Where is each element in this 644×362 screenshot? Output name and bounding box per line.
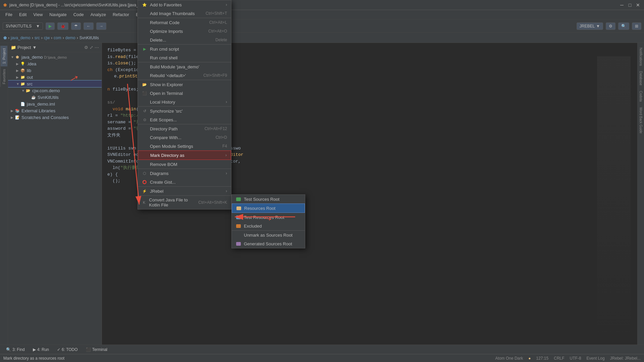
ctx-rebuild[interactable]: Rebuild '<default>' Ctrl+Shift+F9 [138,71,231,80]
ctx-diagrams[interactable]: ⬡ Diagrams › [138,169,231,178]
ctx-run-cmd-script[interactable]: ▶ Run cmd script [138,44,231,53]
view-button[interactable]: ⊞ [632,22,641,30]
maximize-button[interactable]: □ [627,2,633,8]
status-charset[interactable]: UTF-8 [570,356,581,361]
tree-label-src: src [27,81,33,86]
run-config-selector[interactable]: SVNKITUTILS ▼ [3,22,43,30]
menu-analyze[interactable]: Analyze [88,11,109,18]
ctx-compare-with[interactable]: Compare With... Ctrl+D [138,133,231,142]
submenu-excluded[interactable]: Excluded [232,222,305,230]
ctx-create-gist[interactable]: ⭕ Create Gist... [138,178,231,186]
tree-item-src[interactable]: ▼ 📁 src [8,80,102,87]
ctx-run-cmd-shell[interactable]: Run cmd shell [138,53,231,62]
menu-refactor[interactable]: Refactor [110,11,132,18]
ctx-show-explorer[interactable]: 📂 Show in Explorer [138,80,231,89]
ctx-local-history[interactable]: Local History › [138,98,231,106]
ctx-diagrams-label: Diagrams [150,171,169,176]
tree-item-ext-libs[interactable]: ▶ 📚 External Libraries [8,107,102,114]
rebuild-icon [142,73,147,78]
submenu-resources-root[interactable]: Resources Root [232,203,305,213]
tree-item-iml[interactable]: ▶ 📄 java_demo.iml [8,101,102,107]
submenu-test-sources-root[interactable]: Test Sources Root [232,195,305,203]
ctx-add-image-thumbnails[interactable]: Add Image Thumbnails Ctrl+Shift+T [138,9,231,18]
ctx-optimize-imports[interactable]: Optimize Imports Ctrl+Alt+O [138,27,231,36]
settings-button[interactable]: ⚙ [606,22,615,30]
tree-item-out[interactable]: ▶ 📁 out [8,74,102,80]
title-bar-controls[interactable]: ─ □ ✕ [619,2,641,8]
breadcrumb-item0[interactable]: java_demo [11,36,31,40]
tree-item-svnkitutils[interactable]: ▶ ☕ SvnKitUtils [8,94,102,101]
tree-item-scratches[interactable]: ▶ 📝 Scratches and Consoles [8,114,102,121]
menu-view[interactable]: View [31,11,45,18]
ctx-jrebel[interactable]: ⚡ JRebel › [138,186,231,195]
run-button[interactable]: ▶ [46,22,55,30]
ctx-directory-path[interactable]: Directory Path Ctrl+Alt+F12 [138,124,231,133]
ctx-convert-java[interactable]: K Convert Java File to Kotlin File Ctrl+… [138,195,231,209]
sidebar-tab-project[interactable]: 1: Project [0,46,7,66]
ctx-edit-scopes[interactable]: ⊙ Edit Scopes... [138,115,231,124]
submenu-generated-sources-root[interactable]: Generated Sources Root [232,239,305,248]
sidebar-tab-favorites[interactable]: Favorites [0,66,7,87]
menu-edit[interactable]: Edit [16,11,29,18]
ctx-edit-scopes-label: Edit Scopes... [150,117,177,122]
tab-todo[interactable]: ✓ 6: TODO [54,346,81,353]
ctx-add-to-favorites[interactable]: ⭐ Add to Favorites › [138,0,231,9]
gist-icon: ⭕ [142,179,147,185]
right-tab-codota[interactable]: Codota [638,89,643,104]
tree-arrow-ext: ▶ [11,109,15,113]
ctx-build-module[interactable]: Build Module 'java_demo' [138,62,231,71]
tree-item-lib[interactable]: ▶ 📦 lib [8,67,102,74]
submenu-test-resources-root[interactable]: Test Resources Root [232,213,305,222]
breadcrumb-item3[interactable]: com [54,36,61,40]
right-tab-wordback[interactable]: Word Back Guide [638,105,643,135]
ctx-module-settings[interactable]: Open Module Settings F4 [138,142,231,150]
breadcrumb-item4[interactable]: demo [65,36,75,40]
project-panel-title[interactable]: 📁 Project ▼ [11,45,37,50]
right-tab-notifications[interactable]: Notifications [638,46,643,68]
tree-item-package[interactable]: ▼ 📂 cjw.com.demo [8,87,102,94]
minimize-button[interactable]: ─ [619,2,625,8]
ctx-remove-bom[interactable]: Remove BOM [138,160,231,169]
jrebel-button[interactable]: JREBEL ▼ [577,22,603,30]
status-jrebel[interactable]: JRebel: JRebel... [610,356,641,361]
status-eventlog[interactable]: Event Log [587,356,605,361]
todo-icon: ✓ [57,347,60,352]
right-tab-database[interactable]: Database [638,69,643,87]
tab-terminal[interactable]: ⬛ Terminal [83,346,111,353]
breadcrumb-project[interactable]: ⬟ [3,36,7,40]
breadcrumb-item5[interactable]: SvnKitUtils [79,36,99,40]
gear-icon[interactable]: ⚙ [84,45,88,50]
ctx-reformat[interactable]: Reformat Code Ctrl+Alt+L [138,18,231,27]
project-panel-header: 📁 Project ▼ ⚙ ⤢ ⋯ [8,43,102,52]
debug-button[interactable]: 🐞 [57,22,68,30]
coverage-button[interactable]: ☂ [71,22,81,30]
expand-icon[interactable]: ⤢ [90,45,93,50]
menu-file[interactable]: File [3,11,15,18]
tab-find[interactable]: 🔍 3: Find [3,346,28,353]
menu-navigate[interactable]: Navigate [47,11,69,18]
ctx-delete[interactable]: Delete... Delete [138,36,231,44]
status-theme[interactable]: Atom One Dark [495,356,523,361]
ctx-synchronize[interactable]: ↺ Synchronize 'src' [138,106,231,115]
tree-label-scratches: Scratches and Consoles [21,115,69,120]
tree-item-java-demo[interactable]: ▼ ⬟ java_demo D:\java_demo [8,54,102,60]
submenu-unmark[interactable]: Unmark as Sources Root [232,230,305,239]
project-icon: ⬟ [15,54,20,60]
back-button[interactable]: ← [84,22,94,30]
tab-run[interactable]: ▶ 4: Run [30,346,52,353]
breadcrumb-item2[interactable]: cjw [44,36,50,40]
menu-code[interactable]: Code [71,11,87,18]
status-position[interactable]: 127:15 [536,356,549,361]
more-icon[interactable]: ⋯ [95,45,99,50]
breadcrumb-item1[interactable]: src [35,36,40,40]
search-everywhere-button[interactable]: 🔍 [618,22,629,30]
minimap[interactable] [597,56,631,342]
forward-button[interactable]: → [96,22,106,30]
close-button[interactable]: ✕ [635,2,641,8]
ctx-mark-directory[interactable]: Mark Directory as › [138,150,231,160]
tree-item-idea[interactable]: ▶ 💡 .idea [8,60,102,67]
terminal-label: Terminal [92,347,107,352]
reformat-icon [142,20,147,25]
status-crlf[interactable]: CRLF [554,356,564,361]
ctx-open-terminal[interactable]: ⬛ Open in Terminal [138,89,231,98]
